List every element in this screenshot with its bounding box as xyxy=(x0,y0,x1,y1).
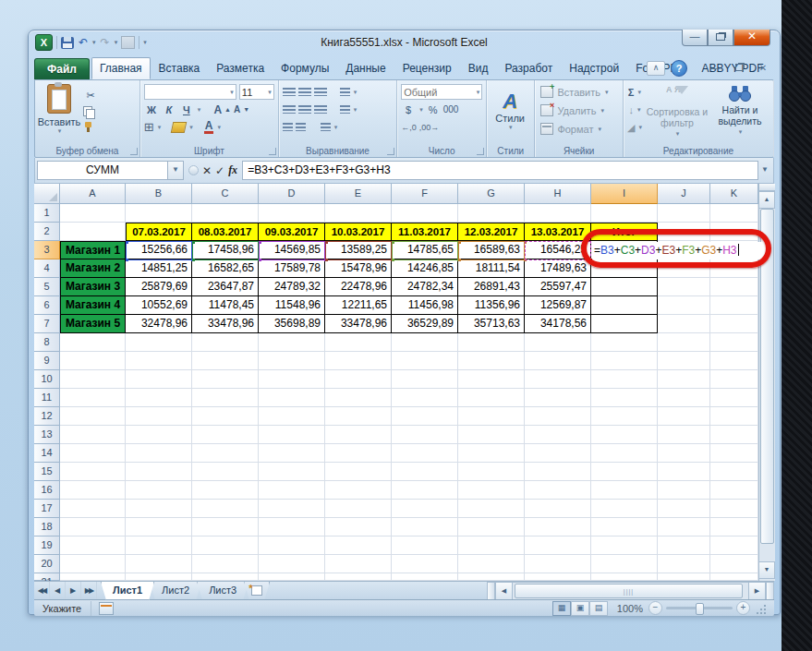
insert-worksheet-button[interactable] xyxy=(244,582,270,600)
cell-I9[interactable] xyxy=(591,352,658,370)
cell-J19[interactable] xyxy=(658,536,710,555)
tab-данные[interactable]: Данные xyxy=(337,57,394,79)
cell-J7[interactable] xyxy=(658,315,710,333)
cell-E14[interactable] xyxy=(325,444,392,463)
cell-B8[interactable] xyxy=(126,333,192,352)
cell-I17[interactable] xyxy=(591,500,658,518)
cell-D15[interactable] xyxy=(259,463,325,481)
cell-A13[interactable] xyxy=(60,426,126,444)
cell-E6[interactable]: 12211,65 xyxy=(325,296,392,315)
cell-B13[interactable] xyxy=(126,426,192,444)
paste-dropdown-icon[interactable]: ▾ xyxy=(58,127,62,135)
cell-H17[interactable] xyxy=(525,500,591,518)
cell-E3[interactable]: 13589,25 xyxy=(325,241,392,259)
row-header-15[interactable]: 15 xyxy=(34,463,60,481)
undo-dropdown-icon[interactable]: ▾ xyxy=(92,39,96,46)
cell-B10[interactable] xyxy=(126,370,192,389)
cell-H10[interactable] xyxy=(525,370,591,389)
cell-B9[interactable] xyxy=(126,352,192,370)
cell-K18[interactable] xyxy=(710,518,758,536)
column-header-F[interactable]: F xyxy=(392,184,458,204)
cell-B3[interactable]: 15256,66 xyxy=(126,241,192,259)
cell-G6[interactable]: 11356,96 xyxy=(458,296,525,315)
cell-K8[interactable] xyxy=(710,333,758,352)
orientation-icon[interactable] xyxy=(340,88,350,96)
cell-F1[interactable] xyxy=(392,204,458,223)
cell-F8[interactable] xyxy=(392,333,458,352)
insert-cells-button[interactable]: Вставить▾ xyxy=(540,83,617,101)
column-header-I[interactable]: I xyxy=(591,184,658,204)
cell-D20[interactable] xyxy=(259,555,325,573)
cell-J15[interactable] xyxy=(658,463,710,481)
cell-H21[interactable] xyxy=(525,573,591,581)
cell-I8[interactable] xyxy=(591,333,658,352)
cell-F14[interactable] xyxy=(392,444,458,463)
cut-icon[interactable]: ✂ xyxy=(83,88,98,102)
tab-надстрой[interactable]: Надстрой xyxy=(561,57,627,79)
title-bar[interactable]: X ↶▾ ↷▾ ▾ Книга55551.xlsx - Microsoft Ex… xyxy=(29,30,780,56)
wrap-text-icon[interactable] xyxy=(321,123,331,131)
cell-F9[interactable] xyxy=(392,352,458,370)
cell-G1[interactable] xyxy=(458,204,525,223)
italic-button[interactable]: К xyxy=(162,102,176,117)
cell-K20[interactable] xyxy=(710,555,758,573)
cell-G20[interactable] xyxy=(458,555,525,573)
cell-D17[interactable] xyxy=(259,500,325,518)
row-header-3[interactable]: 3 xyxy=(34,241,60,259)
cell-F18[interactable] xyxy=(392,518,458,536)
cell-H13[interactable] xyxy=(525,426,591,444)
row-header-6[interactable]: 6 xyxy=(34,296,60,315)
cell-A9[interactable] xyxy=(60,352,126,370)
workbook-close-icon[interactable]: ✕ xyxy=(754,63,772,74)
cell-B21[interactable] xyxy=(126,573,192,581)
cell-K6[interactable] xyxy=(710,296,758,315)
zoom-thumb[interactable] xyxy=(696,603,704,615)
cell-A21[interactable] xyxy=(60,573,126,581)
styles-button[interactable]: A Стили ▾ xyxy=(489,82,531,139)
shrink-font-button[interactable]: А xyxy=(234,104,240,115)
cell-A15[interactable] xyxy=(60,463,126,481)
cell-C2[interactable]: 08.03.2017 xyxy=(192,223,259,241)
cell-E12[interactable] xyxy=(325,407,392,426)
format-cells-button[interactable]: Формат▾ xyxy=(540,120,617,138)
cell-C8[interactable] xyxy=(192,333,259,352)
cell-G15[interactable] xyxy=(458,463,525,481)
row-header-13[interactable]: 13 xyxy=(34,426,60,444)
dialog-launcher-icon[interactable] xyxy=(130,148,138,155)
cell-D12[interactable] xyxy=(259,407,325,426)
find-select-button[interactable]: Найти и выделить ▾ xyxy=(709,82,771,139)
record-macro-icon[interactable] xyxy=(99,602,114,615)
copy-icon[interactable] xyxy=(83,106,94,117)
cell-A8[interactable] xyxy=(60,333,126,352)
cell-G8[interactable] xyxy=(458,333,525,352)
format-painter-icon[interactable] xyxy=(83,121,94,132)
cell-F16[interactable] xyxy=(392,481,458,500)
cell-K14[interactable] xyxy=(710,444,758,463)
sort-filter-button[interactable]: А Я Сортировка и фильтр ▾ xyxy=(646,82,709,139)
cell-C10[interactable] xyxy=(192,370,259,389)
underline-button[interactable]: Ч xyxy=(179,102,194,117)
first-sheet-icon[interactable]: ◀◀ xyxy=(34,582,50,600)
zoom-out-icon[interactable]: − xyxy=(648,601,662,615)
row-header-7[interactable]: 7 xyxy=(34,315,60,333)
cell-C18[interactable] xyxy=(192,518,259,536)
cell-D18[interactable] xyxy=(259,518,325,536)
align-bottom-icon[interactable] xyxy=(314,88,327,96)
row-header-8[interactable]: 8 xyxy=(34,333,60,352)
cell-C14[interactable] xyxy=(192,444,259,463)
cell-J8[interactable] xyxy=(658,333,710,352)
cell-J10[interactable] xyxy=(658,370,710,389)
vertical-split-handle[interactable] xyxy=(759,184,775,191)
cell-J5[interactable] xyxy=(658,278,710,296)
cell-F17[interactable] xyxy=(392,500,458,518)
cell-E1[interactable] xyxy=(325,204,392,223)
cell-A2[interactable] xyxy=(60,223,126,241)
horizontal-scroll-thumb[interactable]: |||| xyxy=(515,584,743,598)
cell-A19[interactable] xyxy=(60,536,126,555)
cell-B15[interactable] xyxy=(126,463,192,481)
cell-G11[interactable] xyxy=(458,389,525,407)
cell-G3[interactable]: 16589,63 xyxy=(458,241,525,259)
cell-E15[interactable] xyxy=(325,463,392,481)
cell-A6[interactable]: Магазин 4 xyxy=(60,296,126,315)
cell-G17[interactable] xyxy=(458,500,525,518)
